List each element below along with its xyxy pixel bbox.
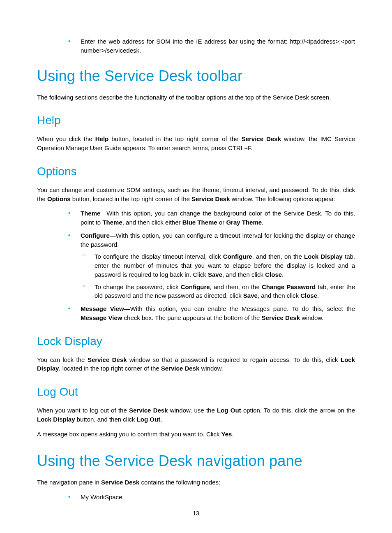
- nav-node-my-workspace: My WorkSpace: [66, 493, 355, 502]
- paragraph-logout-2: A message box opens asking you to confir…: [37, 430, 355, 439]
- heading-help: Help: [37, 114, 355, 127]
- paragraph-lock: You can lock the Service Desk window so …: [37, 355, 355, 373]
- paragraph-logout-1: When you want to log out of the Service …: [37, 406, 355, 424]
- paragraph-help: When you click the Help button, located …: [37, 134, 355, 153]
- paragraph-toolbar-intro: The following sections describe the func…: [37, 93, 355, 102]
- nav-nodes-list: My WorkSpace: [66, 493, 355, 502]
- intro-bullet-item: Enter the web address for SOM into the I…: [66, 37, 355, 55]
- paragraph-options-intro: You can change and customize SOM setting…: [37, 185, 355, 204]
- intro-bullet-list: Enter the web address for SOM into the I…: [66, 37, 355, 55]
- configure-sub-changepassword: To change the password, click Configure,…: [81, 283, 355, 301]
- intro-bullet-text: Enter the web address for SOM into the I…: [81, 38, 355, 54]
- heading-using-nav-pane: Using the Service Desk navigation pane: [37, 452, 355, 470]
- paragraph-nav-intro: The navigation pane in Service Desk cont…: [37, 478, 355, 487]
- option-configure: Configure—With this option, you can conf…: [66, 231, 355, 300]
- options-list: Theme—With this option, you can change t…: [66, 209, 355, 322]
- heading-lock-display: Lock Display: [37, 335, 355, 348]
- configure-sublist: To configure the display timeout interva…: [81, 252, 355, 300]
- option-theme: Theme—With this option, you can change t…: [66, 209, 355, 227]
- configure-sub-lockdisplay: To configure the display timeout interva…: [81, 252, 355, 279]
- page-number: 13: [0, 510, 392, 517]
- heading-log-out: Log Out: [37, 385, 355, 399]
- option-message-view: Message View—With this option, you can e…: [66, 304, 355, 322]
- heading-options: Options: [37, 165, 355, 178]
- heading-using-toolbar: Using the Service Desk toolbar: [37, 67, 355, 85]
